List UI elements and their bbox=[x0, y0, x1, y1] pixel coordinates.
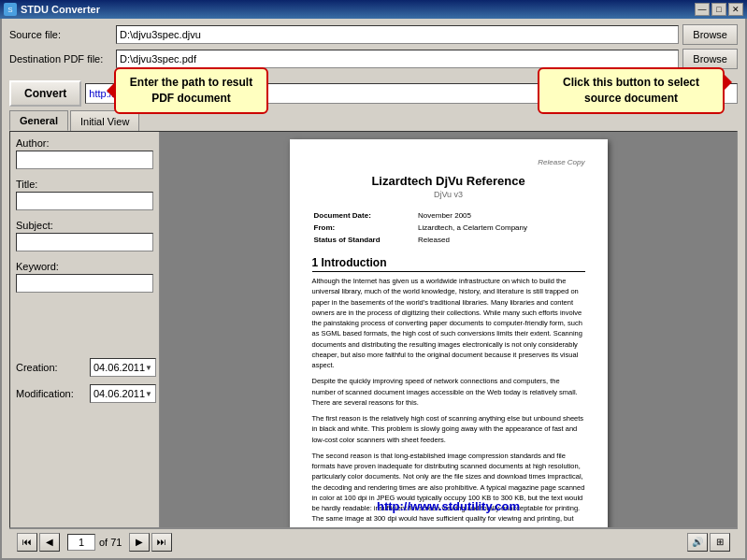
next-page-button[interactable]: ▶ bbox=[129, 533, 150, 552]
title-bar: S STDU Converter — □ ✕ bbox=[0, 0, 747, 19]
subject-input[interactable] bbox=[16, 233, 153, 251]
title-input[interactable] bbox=[16, 192, 153, 210]
source-input[interactable] bbox=[116, 25, 679, 44]
pdf-section1: 1 Introduction bbox=[312, 256, 585, 272]
audio-button[interactable]: 🔊 bbox=[687, 533, 708, 552]
pdf-viewer[interactable]: Release Copy Lizardtech DjVu Reference D… bbox=[160, 132, 737, 527]
dest-input[interactable] bbox=[116, 50, 679, 68]
tooltip-left-text: Enter the path to resultPDF document bbox=[130, 76, 252, 105]
meta-val-0: November 2005 bbox=[418, 210, 582, 221]
content-panel: Author: Title: Subject: Keyword: Creatio… bbox=[9, 131, 738, 528]
dest-row: Destination PDF file: Browse bbox=[9, 49, 738, 69]
pdf-page: Release Copy Lizardtech DjVu Reference D… bbox=[290, 139, 608, 527]
source-row: Source file: Browse bbox=[9, 24, 738, 45]
pdf-watermark: http://www.stdutility.com bbox=[290, 499, 608, 513]
author-input[interactable] bbox=[16, 151, 153, 169]
close-button[interactable]: ✕ bbox=[728, 3, 743, 16]
first-page-button[interactable]: ⏮ bbox=[17, 533, 37, 552]
creation-arrow-icon: ▼ bbox=[145, 364, 152, 372]
creation-row: Creation: 04.06.2011 ▼ bbox=[16, 358, 153, 377]
browse-source-button[interactable]: Browse bbox=[682, 24, 738, 45]
prev-page-button[interactable]: ◀ bbox=[39, 533, 60, 552]
dest-label: Destination PDF file: bbox=[9, 53, 112, 65]
current-page-input[interactable] bbox=[67, 534, 95, 551]
total-pages: of 71 bbox=[99, 537, 122, 548]
author-row: Author: bbox=[16, 137, 153, 169]
maximize-button[interactable]: □ bbox=[711, 3, 726, 16]
modification-label: Modification: bbox=[16, 388, 86, 399]
modification-combo[interactable]: 04.06.2011 ▼ bbox=[90, 384, 156, 403]
pdf-main-title: Lizardtech DjVu Reference bbox=[312, 174, 585, 188]
pdf-para-1: Despite the quickly improving speed of n… bbox=[312, 376, 585, 408]
keyword-row: Keyword: bbox=[16, 261, 153, 293]
page-info: of 71 bbox=[67, 534, 122, 551]
browse-dest-button[interactable]: Browse bbox=[682, 49, 738, 69]
creation-combo[interactable]: 04.06.2011 ▼ bbox=[90, 358, 156, 377]
meta-key-2: Status of Standard bbox=[314, 235, 417, 245]
subject-label: Subject: bbox=[16, 220, 153, 231]
modification-arrow-icon: ▼ bbox=[145, 390, 152, 398]
keyword-input[interactable] bbox=[16, 274, 153, 293]
pdf-para-0: Although the Internet has given us a wor… bbox=[312, 276, 585, 370]
properties-panel: Author: Title: Subject: Keyword: Creatio… bbox=[10, 132, 160, 527]
pdf-meta-table: Document Date: November 2005 From: Lizar… bbox=[312, 208, 585, 247]
minimize-button[interactable]: — bbox=[695, 3, 710, 16]
main-window: Source file: Browse Destination PDF file… bbox=[0, 19, 747, 560]
meta-val-2: Released bbox=[418, 235, 582, 245]
meta-key-1: From: bbox=[314, 223, 417, 233]
pdf-para-3: The second reason is that long-establish… bbox=[312, 451, 585, 527]
convert-button[interactable]: Convert bbox=[9, 80, 81, 107]
source-label: Source file: bbox=[9, 29, 112, 40]
tooltip-left: Enter the path to resultPDF document bbox=[114, 67, 268, 114]
pdf-release-copy: Release Copy bbox=[312, 158, 585, 166]
title-row: Title: bbox=[16, 179, 153, 210]
tooltip-right-text: Click this button to selectsource docume… bbox=[563, 76, 699, 105]
last-page-button[interactable]: ⏭ bbox=[151, 533, 172, 552]
author-label: Author: bbox=[16, 137, 153, 149]
meta-key-0: Document Date: bbox=[314, 210, 417, 221]
modification-row: Modification: 04.06.2011 ▼ bbox=[16, 384, 153, 403]
keyword-label: Keyword: bbox=[16, 261, 153, 272]
meta-val-1: Lizardtech, a Celartem Company bbox=[418, 223, 582, 233]
window-title: STDU Converter bbox=[21, 4, 100, 15]
pdf-para-2: The first reason is the relatively high … bbox=[312, 413, 585, 445]
subject-row: Subject: bbox=[16, 220, 153, 251]
creation-label: Creation: bbox=[16, 362, 86, 373]
navigation-bar: ⏮ ◀ of 71 ▶ ⏭ 🔊 ⊞ bbox=[9, 528, 738, 554]
pdf-body: Although the Internet has given us a wor… bbox=[312, 276, 585, 527]
title-label: Title: bbox=[16, 179, 153, 190]
grid-button[interactable]: ⊞ bbox=[710, 533, 730, 552]
pdf-subtitle: DjVu v3 bbox=[312, 190, 585, 199]
tooltip-right: Click this button to selectsource docume… bbox=[538, 67, 725, 114]
tab-general[interactable]: General bbox=[9, 110, 68, 131]
app-icon: S bbox=[4, 3, 17, 16]
